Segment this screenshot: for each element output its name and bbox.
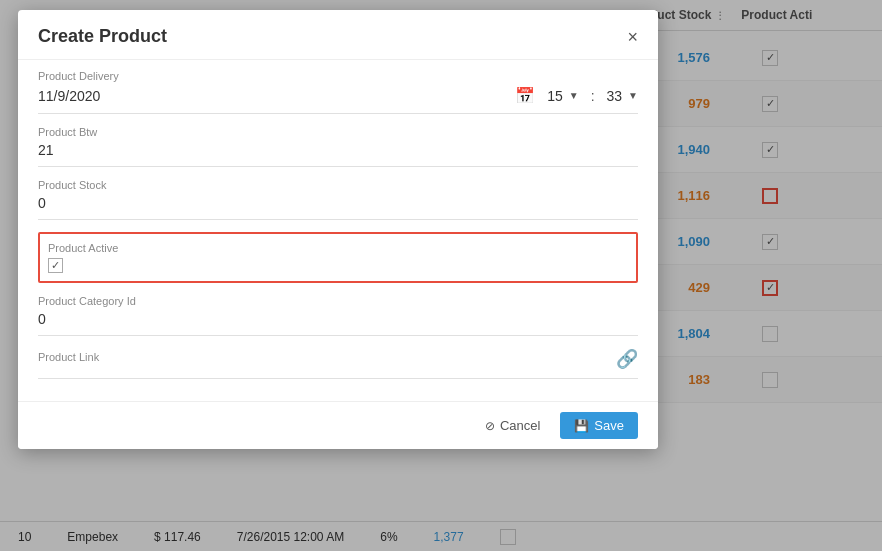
field-category-id: Product Category Id 0 — [38, 295, 638, 336]
field-delivery: Product Delivery 11/9/2020 📅 15 ▼ : 33 ▼ — [38, 70, 638, 114]
time-part-hour: 15 ▼ — [547, 88, 578, 104]
cancel-icon: ⊘ — [485, 419, 495, 433]
time-part-minute: 33 ▼ — [607, 88, 638, 104]
label-active: Product Active — [48, 242, 628, 254]
cancel-label: Cancel — [500, 418, 540, 433]
field-link: Product Link 🔗 — [38, 348, 638, 379]
cancel-button[interactable]: ⊘ Cancel — [475, 412, 550, 439]
field-active: Product Active ✓ — [38, 232, 638, 283]
hour-value[interactable]: 15 — [547, 88, 563, 104]
label-btw: Product Btw — [38, 126, 638, 138]
delivery-date-value[interactable]: 11/9/2020 — [38, 88, 503, 104]
label-delivery: Product Delivery — [38, 70, 638, 82]
save-label: Save — [594, 418, 624, 433]
field-btw: Product Btw 21 — [38, 126, 638, 167]
minute-value[interactable]: 33 — [607, 88, 623, 104]
modal-footer: ⊘ Cancel 💾 Save — [18, 401, 658, 449]
modal-close-button[interactable]: × — [627, 28, 638, 46]
save-button[interactable]: 💾 Save — [560, 412, 638, 439]
minute-dropdown-icon[interactable]: ▼ — [628, 90, 638, 101]
time-separator: : — [591, 88, 595, 104]
active-checkbox[interactable]: ✓ — [48, 258, 63, 273]
calendar-icon[interactable]: 📅 — [515, 86, 535, 105]
modal-body: Product Delivery 11/9/2020 📅 15 ▼ : 33 ▼ — [18, 60, 658, 401]
field-stock: Product Stock 0 — [38, 179, 638, 220]
hour-dropdown-icon[interactable]: ▼ — [569, 90, 579, 101]
category-id-value[interactable]: 0 — [38, 311, 46, 327]
modal-header: Create Product × — [18, 10, 658, 60]
delivery-row: 11/9/2020 📅 15 ▼ : 33 ▼ — [38, 86, 638, 105]
stock-value[interactable]: 0 — [38, 195, 46, 211]
create-product-modal: Create Product × Product Delivery 11/9/2… — [18, 10, 658, 449]
modal-title: Create Product — [38, 26, 167, 47]
save-icon: 💾 — [574, 419, 589, 433]
label-link: Product Link — [38, 351, 99, 363]
label-stock: Product Stock — [38, 179, 638, 191]
label-category-id: Product Category Id — [38, 295, 638, 307]
link-icon[interactable]: 🔗 — [616, 348, 638, 370]
btw-value[interactable]: 21 — [38, 142, 54, 158]
modal-overlay: Create Product × Product Delivery 11/9/2… — [0, 0, 882, 551]
